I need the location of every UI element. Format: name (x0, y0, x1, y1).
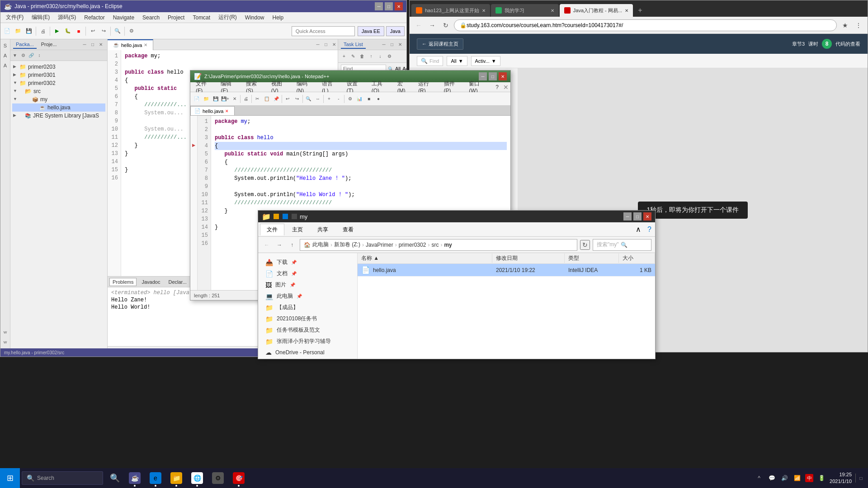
toolbar-debug-btn[interactable]: 🐛 (63, 26, 73, 36)
toolbar-redo-btn[interactable]: ↪ (99, 26, 108, 36)
fileexp-search-box[interactable]: 搜索"my" 🔍 (593, 239, 651, 251)
task-toolbar-btn2[interactable]: ✎ (349, 52, 357, 61)
editor-tab-close-icon[interactable]: ✕ (144, 42, 147, 47)
notepad-x-btn[interactable]: ✕ (503, 84, 509, 91)
addr-path-my[interactable]: my (444, 242, 452, 248)
np-toolbar-zoom-in[interactable]: + (325, 94, 334, 103)
tab-close-java[interactable]: ✕ (625, 8, 628, 13)
browser-menu-button[interactable]: ⋮ (853, 20, 864, 31)
eclipse-minimize-button[interactable]: ─ (375, 2, 383, 10)
sys-volume-icon[interactable]: 🔊 (780, 474, 789, 483)
fileexp-left-onedrive[interactable]: ☁ OneDrive - Personal (258, 347, 357, 358)
toolbar-btn6[interactable]: ⚙ (127, 26, 137, 36)
menu-help[interactable]: Help (269, 14, 288, 22)
sidebar-toolbar-icon4[interactable]: ↕ (36, 52, 43, 59)
task-toolbar-btn6[interactable]: ⚙ (385, 52, 393, 61)
tree-item-my[interactable]: ▼ 📦 my (12, 95, 105, 103)
sidebar-toolbar-icon3[interactable]: 🔗 (28, 52, 35, 59)
tree-item-jre[interactable]: ▶ 📚 JRE System Library [JavaS (12, 112, 105, 120)
sys-ime-icon[interactable]: 中 (805, 474, 813, 482)
fileexp-left-task[interactable]: 📁 20210108任务书 (258, 313, 357, 324)
browser-url-bar[interactable]: 🔒 study.163.com/course/courseLearn.htm?c… (454, 19, 837, 31)
toolbar-run-btn[interactable]: ▶ (52, 26, 62, 36)
np-toolbar-replace[interactable]: ↔ (313, 94, 322, 103)
fileexp-left-download[interactable]: 📥 下载 📌 (258, 257, 357, 268)
np-toolbar-print[interactable]: 🖨 (241, 94, 250, 103)
np-toolbar-open[interactable]: 📁 (202, 94, 211, 103)
side-icon-bottom-2[interactable]: W (1, 338, 10, 347)
np-toolbar-save[interactable]: 💾 (211, 94, 220, 103)
col-date[interactable]: 修改日期 (492, 253, 565, 263)
toolbar-undo-btn[interactable]: ↩ (88, 26, 98, 36)
fileexp-address-path[interactable]: 🏠 此电脑 › 新加卷 (Z:) › JavaPrimer › primer03… (300, 239, 577, 251)
task-toolbar-btn5[interactable]: ↓ (376, 52, 384, 61)
show-desktop-icon[interactable]: □ (855, 474, 864, 483)
fileexp-expand-icon[interactable]: ∧ (632, 225, 645, 234)
sys-network-icon[interactable]: 📶 (793, 474, 802, 483)
np-toolbar-find[interactable]: 🔍 (304, 94, 313, 103)
fileexp-tab-view[interactable]: 查看 (336, 224, 360, 235)
sys-msg-icon[interactable]: 💬 (767, 474, 776, 483)
browser-tab-hao123[interactable]: hao123_上网从这里开始 ✕ (411, 4, 490, 17)
fileexp-left-pictures[interactable]: 🖼 图片 📌 (258, 279, 357, 291)
task-close-icon[interactable]: ✕ (396, 41, 404, 48)
task-maximize-icon[interactable]: □ (388, 41, 396, 48)
fileexp-tab-home[interactable]: 主页 (285, 224, 310, 235)
taskbar-app-fileexp[interactable]: 📁 (166, 468, 186, 488)
editor-tab-hello-java[interactable]: ☕ hello.java ✕ (108, 39, 153, 50)
taskbar-search-box[interactable]: 🔍 Search (22, 471, 103, 485)
console-tab-javadoc[interactable]: Javadoc (138, 278, 163, 286)
col-type[interactable]: 类型 (565, 253, 619, 263)
np-toolbar-btn13[interactable]: ● (374, 94, 383, 103)
np-toolbar-cut[interactable]: ✂ (253, 94, 262, 103)
taskbar-app-eclipse[interactable]: ☕ (125, 468, 145, 488)
toolbar-new-btn[interactable]: 📄 (2, 26, 12, 36)
fileexp-minimize-button[interactable]: ─ (623, 212, 632, 221)
menu-search[interactable]: Search (139, 14, 163, 22)
fileexp-help-icon[interactable]: ? (646, 225, 653, 234)
np-menu-help[interactable]: ? (492, 83, 502, 91)
eclipse-maximize-button[interactable]: □ (385, 2, 393, 10)
addr-path-primer0302[interactable]: primer0302 (399, 242, 426, 248)
np-toolbar-close[interactable]: ✕ (230, 94, 239, 103)
course-back-button[interactable]: ← 返回课程主页 (417, 38, 463, 50)
browser-tab-study[interactable]: 我的学习 ✕ (491, 4, 559, 17)
fileexp-close-button[interactable]: ✕ (643, 212, 651, 221)
toolbar-search-btn[interactable]: 🔍 (113, 26, 123, 36)
sidebar-close-icon[interactable]: ✕ (97, 41, 104, 48)
course-find-input-wrapper[interactable]: 🔍 Find (417, 56, 443, 66)
np-toolbar-redo[interactable]: ↪ (292, 94, 302, 103)
toolbar-open-btn[interactable]: 📁 (13, 26, 23, 36)
menu-source[interactable]: 源码(S) (54, 13, 80, 22)
fileexp-maximize-button[interactable]: □ (633, 212, 642, 221)
np-toolbar-zoom-out[interactable]: - (334, 94, 343, 103)
side-icon-3[interactable]: A (1, 61, 10, 70)
editor-close-icon[interactable]: ✕ (330, 41, 338, 48)
np-toolbar-btn12[interactable]: ■ (364, 94, 373, 103)
toolbar-print-btn[interactable]: 🖨 (38, 26, 48, 36)
np-toolbar-undo[interactable]: ↩ (283, 94, 292, 103)
menu-tomcat[interactable]: Tomcat (189, 14, 214, 22)
sidebar-toolbar-icon1[interactable]: ▼ (11, 52, 19, 59)
menu-run[interactable]: 运行(R) (215, 13, 241, 22)
np-toolbar-btn10[interactable]: ⚙ (345, 94, 354, 103)
task-list-tab[interactable]: Task List (341, 41, 366, 49)
perspective-javaee-btn[interactable]: Java EE (358, 26, 384, 36)
course-all-dropdown[interactable]: All ▼ (447, 56, 467, 66)
fileexp-left-zhang[interactable]: 📁 张雨泽小升初学习辅导 (258, 336, 357, 347)
side-icon-bottom-1[interactable]: W (1, 328, 10, 337)
fileexp-row-hello-java[interactable]: 📄 hello.java 2021/1/10 19:22 IntelliJ ID… (358, 264, 655, 277)
task-toolbar-btn3[interactable]: 🗑 (358, 52, 366, 61)
console-tab-declaration[interactable]: Declar... (165, 278, 189, 286)
fileexp-left-documents[interactable]: 📄 文档 📌 (258, 268, 357, 279)
sys-battery-icon[interactable]: 🔋 (817, 474, 826, 483)
browser-add-tab-button[interactable]: + (634, 4, 646, 17)
eclipse-close-button[interactable]: ✕ (395, 2, 403, 10)
task-toolbar-btn1[interactable]: + (340, 52, 348, 61)
browser-refresh-button[interactable]: ↻ (440, 20, 451, 31)
tree-item-primer0203[interactable]: ▶ 📁 primer0203 (12, 63, 105, 71)
taskbar-app-settings[interactable]: ⚙ (208, 468, 228, 488)
tree-item-src[interactable]: ▼ 📂 src (12, 87, 105, 95)
side-icon-2[interactable]: A (1, 51, 10, 60)
addr-path-javaprimer[interactable]: JavaPrimer (366, 242, 393, 248)
